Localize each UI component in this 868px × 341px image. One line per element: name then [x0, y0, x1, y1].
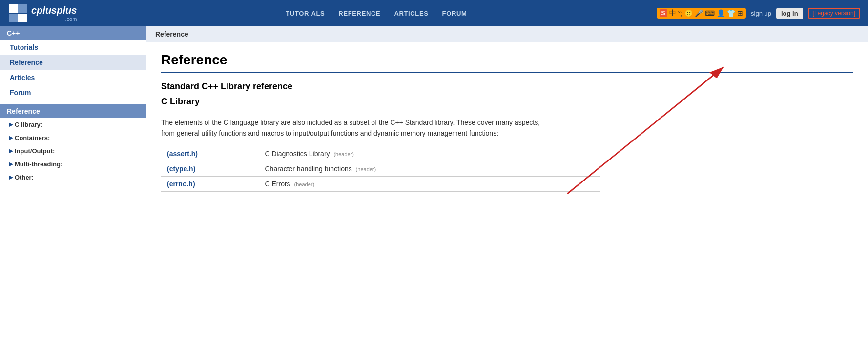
ref-section-header: Reference — [0, 104, 146, 118]
header-badge: (header) — [294, 181, 315, 187]
toolbar-icons: S 中 °; 🙂 🎤 ⌨ 👤 👕 ⊞ — [657, 8, 746, 19]
content-area: Reference Reference Standard C++ Library… — [146, 26, 868, 341]
table-row: (errno.h) C Errors (header) — [161, 176, 600, 191]
lib-description: Character handling functions (header) — [259, 161, 600, 176]
logo[interactable]: cplusplus .com — [8, 3, 77, 23]
svg-rect-2 — [9, 14, 18, 22]
grid-icon: ⊞ — [737, 9, 743, 17]
library-table: (assert.h) C Diagnostics Library (header… — [161, 146, 600, 192]
svg-rect-3 — [18, 4, 27, 13]
chevron-icon: ▶ — [9, 135, 13, 141]
breadcrumb: Reference — [146, 26, 868, 42]
sidebar-item-articles[interactable]: Articles — [0, 70, 146, 85]
table-row: (ctype.h) Character handling functions (… — [161, 161, 600, 176]
keyboard-icon: ⌨ — [705, 9, 715, 17]
sign-up-link[interactable]: sign up — [751, 10, 771, 17]
sogou-icon: S — [660, 9, 667, 17]
section-divider — [161, 111, 853, 111]
nav-reference[interactable]: REFERENCE — [338, 10, 380, 17]
page-title: Reference — [161, 52, 853, 68]
chinese-icon: 中 — [669, 9, 676, 18]
sidebar-item-other[interactable]: ▶ Other: — [0, 171, 146, 184]
login-button[interactable]: log in — [776, 8, 803, 19]
nav-tutorials[interactable]: TUTORIALS — [286, 10, 325, 17]
header: cplusplus .com TUTORIALS REFERENCE ARTIC… — [0, 0, 868, 26]
chevron-icon: ▶ — [9, 174, 13, 181]
logo-icon — [8, 3, 27, 23]
sidebar-item-c-library[interactable]: ▶ C library: — [0, 118, 146, 131]
header-right: S 中 °; 🙂 🎤 ⌨ 👤 👕 ⊞ sign up log in [Legac… — [657, 8, 861, 19]
sidebar-item-containers[interactable]: ▶ Containers: — [0, 131, 146, 144]
sidebar-item-input-output[interactable]: ▶ Input/Output: — [0, 144, 146, 158]
nav-forum[interactable]: FORUM — [442, 10, 467, 17]
lib-link[interactable]: (ctype.h) — [167, 165, 195, 173]
main-layout: C++ Tutorials Reference Articles Forum R… — [0, 26, 868, 341]
sidebar-item-tutorials[interactable]: Tutorials — [0, 40, 146, 55]
shirt-icon: 👕 — [727, 9, 735, 17]
header-badge: (header) — [333, 151, 354, 157]
chevron-icon: ▶ — [9, 121, 13, 128]
cpp-section-header: C++ — [0, 26, 146, 40]
sidebar-item-reference[interactable]: Reference — [0, 55, 146, 70]
sidebar-item-multi-threading[interactable]: ▶ Multi-threading: — [0, 158, 146, 171]
title-divider — [161, 72, 853, 73]
chevron-icon: ▶ — [9, 148, 13, 154]
mic-icon: 🎤 — [695, 9, 703, 17]
sidebar: C++ Tutorials Reference Articles Forum R… — [0, 26, 146, 341]
nav-articles[interactable]: ARTICLES — [394, 10, 428, 17]
person-icon: 👤 — [717, 9, 725, 17]
c-library-title: C Library — [161, 97, 853, 107]
logo-text: cplusplus .com — [31, 5, 77, 22]
content-body: Reference Standard C++ Library reference… — [146, 42, 868, 201]
dot-icon: °; — [678, 9, 683, 17]
nav-links: TUTORIALS REFERENCE ARTICLES FORUM — [96, 10, 656, 17]
sidebar-item-forum[interactable]: Forum — [0, 85, 146, 100]
lib-link[interactable]: (errno.h) — [167, 180, 195, 188]
lib-description: C Diagnostics Library (header) — [259, 146, 600, 161]
legacy-version-button[interactable]: [Legacy version] — [808, 8, 860, 19]
header-badge: (header) — [356, 166, 376, 172]
lib-description: C Errors (header) — [259, 176, 600, 191]
svg-rect-0 — [9, 4, 18, 13]
chevron-icon: ▶ — [9, 161, 13, 167]
lib-link[interactable]: (assert.h) — [167, 150, 198, 158]
c-library-description: The elements of the C language library a… — [161, 117, 542, 139]
emoji-icon: 🙂 — [684, 9, 693, 17]
std-section-title: Standard C++ Library reference — [161, 81, 853, 92]
table-row: (assert.h) C Diagnostics Library (header… — [161, 146, 600, 161]
svg-rect-1 — [18, 14, 27, 22]
